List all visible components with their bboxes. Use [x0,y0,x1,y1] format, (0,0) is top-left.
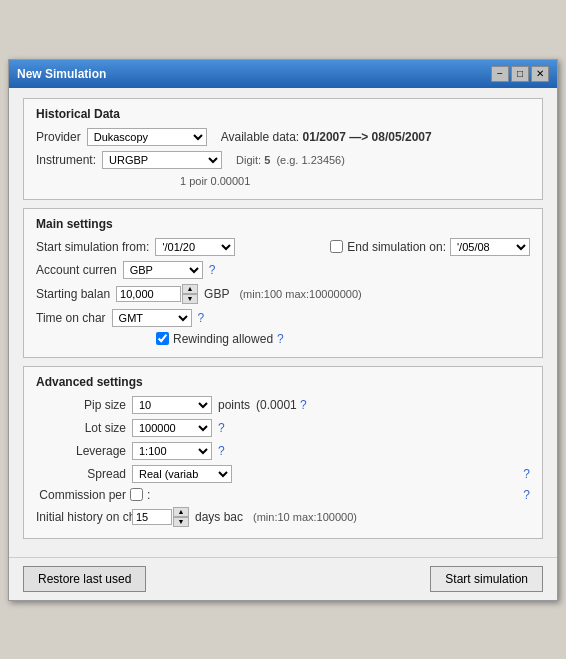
history-spinner-btns: ▲ ▼ [173,507,189,527]
rewinding-row: Rewinding allowed ? [156,332,530,346]
historical-data-section: Historical Data Provider Dukascopy Avail… [23,98,543,200]
provider-select[interactable]: Dukascopy [87,128,207,146]
history-up-btn[interactable]: ▲ [173,507,189,517]
lot-help[interactable]: ? [218,421,225,435]
balance-spinner-btns: ▲ ▼ [182,284,198,304]
end-label: End simulation on: [347,240,446,254]
lot-size-select[interactable]: 100000 10000 [132,419,212,437]
pip-size-label: Pip size [36,398,126,412]
spread-row: Spread Real (variab Fixed ? [36,465,530,483]
start-simulation-button[interactable]: Start simulation [430,566,543,592]
close-button[interactable]: ✕ [531,66,549,82]
spread-help[interactable]: ? [523,467,530,481]
advanced-settings-section: Advanced settings Pip size 10 1 points (… [23,366,543,539]
start-simulation-row: Start simulation from: '/01/20 End simul… [36,238,530,256]
history-days: days bac [195,510,243,524]
spread-label: Spread [36,467,126,481]
balance-currency: GBP [204,287,229,301]
advanced-settings-title: Advanced settings [36,375,530,389]
pip-info: 1 poir 0.00001 [180,174,250,188]
rewinding-label: Rewinding allowed [173,332,273,346]
instrument-row: Instrument: URGBP Digit: 5 (e.g. 1.23456… [36,151,530,169]
main-settings-title: Main settings [36,217,530,231]
time-help[interactable]: ? [198,311,205,325]
lot-size-label: Lot size [36,421,126,435]
leverage-label: Leverage [36,444,126,458]
history-down-btn[interactable]: ▼ [173,517,189,527]
digit-info: Digit: 5 (e.g. 1.23456) [236,154,345,166]
end-simulation-checkbox[interactable] [330,240,343,253]
instrument-select[interactable]: URGBP [102,151,222,169]
title-bar: New Simulation − □ ✕ [9,60,557,88]
currency-row: Account curren GBP USD EUR ? [36,261,530,279]
available-label: Available data: 01/2007 —> 08/05/2007 [221,130,432,144]
digit-block: Digit: 5 (e.g. 1.23456) [236,153,345,167]
leverage-help[interactable]: ? [218,444,225,458]
new-simulation-window: New Simulation − □ ✕ Historical Data Pro… [8,59,558,601]
available-range: 01/2007 —> 08/05/2007 [303,130,432,144]
time-row: Time on char GMT Local ? [36,309,530,327]
currency-help[interactable]: ? [209,263,216,277]
minimize-button[interactable]: − [491,66,509,82]
instrument-label: Instrument: [36,153,96,167]
maximize-button[interactable]: □ [511,66,529,82]
historical-data-title: Historical Data [36,107,530,121]
main-settings-section: Main settings Start simulation from: '/0… [23,208,543,358]
footer-bar: Restore last used Start simulation [9,557,557,600]
provider-label: Provider [36,130,81,144]
title-bar-controls: − □ ✕ [491,66,549,82]
balance-down-btn[interactable]: ▼ [182,294,198,304]
history-row: Initial history on ch ▲ ▼ days bac (min:… [36,507,530,527]
commission-colon: : [147,488,150,502]
balance-row: Starting balan ▲ ▼ GBP (min:100 max:1000… [36,284,530,304]
pip-size-unit: points [218,398,250,412]
window-content: Historical Data Provider Dukascopy Avail… [9,88,557,557]
time-select[interactable]: GMT Local [112,309,192,327]
balance-label: Starting balan [36,287,110,301]
pip-info-text: 1 poir 0.00001 [180,175,250,187]
history-label: Initial history on ch [36,510,126,524]
balance-input[interactable] [116,286,181,302]
balance-min-max: (min:100 max:10000000) [239,288,361,300]
balance-spinner: ▲ ▼ [116,284,198,304]
pip-size-info: (0.0001 ? [256,398,307,412]
commission-help[interactable]: ? [523,488,530,502]
digit-value: 5 [264,154,270,166]
available-data-block: Available data: 01/2007 —> 08/05/2007 [221,130,432,144]
spread-select[interactable]: Real (variab Fixed [132,465,232,483]
restore-button[interactable]: Restore last used [23,566,146,592]
pip-help[interactable]: ? [300,398,307,412]
start-label: Start simulation from: [36,240,149,254]
history-spinner: ▲ ▼ [132,507,189,527]
provider-row: Provider Dukascopy Available data: 01/20… [36,128,530,146]
pip-size-row: Pip size 10 1 points (0.0001 ? [36,396,530,414]
commission-row: Commission per : ? [36,488,530,502]
history-input[interactable] [132,509,172,525]
time-label: Time on char [36,311,106,325]
rewinding-checkbox[interactable] [156,332,169,345]
leverage-select[interactable]: 1:100 1:50 1:200 [132,442,212,460]
pip-size-select[interactable]: 10 1 [132,396,212,414]
currency-label: Account curren [36,263,117,277]
start-date-select[interactable]: '/01/20 [155,238,235,256]
window-title: New Simulation [17,67,106,81]
rewinding-wrapper: Rewinding allowed ? [156,332,284,346]
rewinding-help[interactable]: ? [277,332,284,346]
end-simulation-wrapper: End simulation on: '/05/08 [330,238,530,256]
history-min-max: (min:10 max:100000) [253,511,357,523]
end-date-select[interactable]: '/05/08 [450,238,530,256]
balance-up-btn[interactable]: ▲ [182,284,198,294]
commission-label: Commission per [36,488,126,502]
leverage-row: Leverage 1:100 1:50 1:200 ? [36,442,530,460]
commission-checkbox[interactable] [130,488,143,501]
lot-size-row: Lot size 100000 10000 ? [36,419,530,437]
pip-info-row: 1 poir 0.00001 [36,174,530,188]
currency-select[interactable]: GBP USD EUR [123,261,203,279]
